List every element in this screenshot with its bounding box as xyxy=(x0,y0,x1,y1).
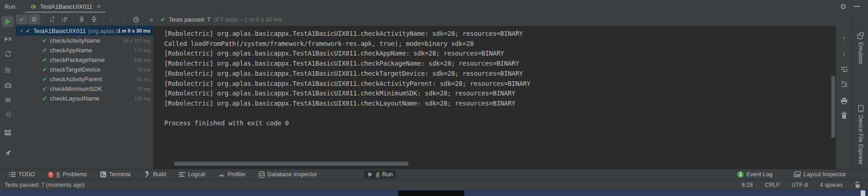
test-passed-icon: ✔ xyxy=(42,66,47,73)
chevron-down-icon[interactable]: ˅ xyxy=(20,28,23,34)
rerun-tests-button[interactable] xyxy=(0,16,16,28)
arrow-down-icon: ↓ xyxy=(842,49,846,57)
encoding-indicator[interactable]: UTF-8 xyxy=(792,182,808,188)
toolwindow-button-profiler[interactable]: Profiler xyxy=(214,170,250,179)
layout-inspector-icon xyxy=(794,171,801,178)
import-test-results-button[interactable] xyxy=(0,108,16,120)
down-stacktrace-button[interactable]: ↓ xyxy=(836,47,852,59)
test-runner-toolbar: ✓ ⊘ ↓az ↓ ↑ ↓ xyxy=(16,13,868,26)
test-duration: 76 ms xyxy=(137,86,150,92)
right-toolwindow-stripe: Emulator Device File Explorer xyxy=(852,13,868,169)
show-ignored-button[interactable]: ⊘ xyxy=(28,14,40,24)
toolwindow-button-run[interactable]: 4: Run xyxy=(364,170,396,179)
toolwindow-label: Logcat xyxy=(188,171,206,178)
taskbar-tray-mark xyxy=(861,190,865,196)
toolwindow-button-event-log[interactable]: 1 Event Log xyxy=(734,170,776,179)
toolwindow-button-terminal[interactable]: Terminal xyxy=(96,170,134,179)
divider xyxy=(3,122,12,123)
tree-row[interactable]: ✔ checkActivityParent 91 ms xyxy=(16,74,153,84)
test-passed-icon: ✔ xyxy=(26,28,31,34)
toolwindow-button-layout-inspector[interactable]: Layout Inspector xyxy=(790,170,850,179)
close-icon[interactable]: ✕ xyxy=(96,3,101,10)
line-ending-indicator[interactable]: CRLF xyxy=(765,182,780,188)
arrow-up-icon: ↑ xyxy=(110,16,113,23)
divider xyxy=(102,16,103,23)
profiler-gauge-icon xyxy=(218,172,225,178)
indent-indicator[interactable]: 4 spaces xyxy=(820,182,843,188)
sort-by-duration-button[interactable]: ↓ xyxy=(58,14,70,24)
toolwindow-label: Terminal xyxy=(109,171,131,178)
print-button[interactable] xyxy=(836,95,852,106)
layout-icon xyxy=(4,129,11,136)
device-icon xyxy=(858,105,864,112)
tree-row[interactable]: ✔ checkMinimumSDK 76 ms xyxy=(16,84,153,94)
pin-tab-button[interactable] xyxy=(0,147,16,159)
next-failed-test-button[interactable]: ↓ xyxy=(118,14,129,24)
soft-wrap-button[interactable] xyxy=(836,63,852,75)
console-vertical-scrollbar[interactable] xyxy=(831,76,835,138)
toolwindow-button-logcat[interactable]: Logcat xyxy=(175,170,209,179)
status-message: Tests passed: 7 (moments ago) xyxy=(5,182,84,188)
lock-open-icon[interactable] xyxy=(855,181,861,188)
rerun-failed-tests-button[interactable]: 9 xyxy=(0,33,16,45)
toolwindow-label: Emulator xyxy=(857,42,864,64)
toggle-auto-test-button[interactable] xyxy=(0,48,16,60)
logcat-icon xyxy=(179,172,185,177)
event-log-badge: 1 xyxy=(737,171,744,178)
tree-row[interactable]: ✔ checkLayoutName 100 ms xyxy=(16,94,153,103)
show-passed-button[interactable]: ✓ xyxy=(16,14,28,24)
test-passed-icon: ✔ xyxy=(42,85,47,92)
gear-icon[interactable]: ⚙ xyxy=(840,2,846,11)
scroll-to-end-button[interactable] xyxy=(836,78,852,90)
expand-all-button[interactable] xyxy=(76,14,87,24)
restore-layout-button[interactable] xyxy=(0,127,16,139)
test-history-button[interactable] xyxy=(130,14,142,24)
tree-root-row[interactable]: ˅ ✔ TestA1BasicUIX011 (org.aplas.basi 1 … xyxy=(16,26,153,36)
previous-failed-test-button[interactable]: ↑ xyxy=(106,14,117,24)
toolwindow-button-device-file-explorer[interactable]: Device File Explorer xyxy=(853,105,868,164)
toolwindow-bar: TODO ! 6: Problems Terminal Build Logcat… xyxy=(0,169,868,179)
clear-all-button[interactable] xyxy=(836,109,852,121)
tree-row[interactable]: ✔ checkTargetDevice 75 ms xyxy=(16,65,153,74)
stop-button[interactable] xyxy=(0,64,16,76)
dump-threads-button[interactable] xyxy=(0,79,16,91)
terminal-icon xyxy=(100,171,106,178)
toolwindow-label: Database Inspector xyxy=(267,171,317,178)
circle-slash-icon: ⊘ xyxy=(31,15,37,23)
collapse-all-button[interactable] xyxy=(88,14,100,24)
run-play-icon xyxy=(368,172,373,177)
svg-text:9: 9 xyxy=(8,37,11,42)
toolwindow-button-database-inspector[interactable]: Database Inspector xyxy=(255,170,321,179)
collapse-all-icon xyxy=(91,16,97,22)
run-console[interactable]: [Robolectric] org.aplas.basicappx.TestA1… xyxy=(153,26,836,169)
caret-position[interactable]: 8:28 xyxy=(742,182,753,188)
test-duration: 59 s 372 ms xyxy=(123,38,150,44)
up-stacktrace-button[interactable]: ↑ xyxy=(836,32,852,44)
tree-row[interactable]: ✔ checkPackageName 145 ms xyxy=(16,55,153,65)
problems-badge-icon: ! xyxy=(48,172,54,178)
tree-row[interactable]: ✔ checkAppName 171 ms xyxy=(16,45,153,55)
test-name: checkActivityParent xyxy=(50,76,102,83)
scroll-to-end-icon xyxy=(841,81,848,88)
tree-row[interactable]: ✔ checkActivityName 59 s 372 ms xyxy=(16,36,153,45)
test-name: checkMinimumSDK xyxy=(50,85,102,92)
test-name: checkTargetDevice xyxy=(50,66,100,73)
test-name: checkLayoutName xyxy=(50,95,100,102)
test-tree: ˅ ✔ TestA1BasicUIX011 (org.aplas.basi 1 … xyxy=(16,26,153,169)
tests-passed-detail: of 7 tests – 1 m 0 s 30 ms xyxy=(213,16,282,23)
toolbar-overflow-icon[interactable]: » xyxy=(150,16,153,23)
toolwindow-button-todo[interactable]: TODO xyxy=(6,170,39,179)
toolwindow-button-build[interactable]: Build xyxy=(140,170,170,179)
console-horizontal-scrollbar[interactable] xyxy=(174,162,408,166)
taskbar-window-segment[interactable] xyxy=(398,190,464,196)
hammer-icon xyxy=(144,171,150,178)
sort-alphabetically-button[interactable]: ↓az xyxy=(46,14,57,24)
attach-debugger-button[interactable] xyxy=(0,94,16,106)
arrow-up-icon: ↑ xyxy=(842,34,846,42)
toolwindow-button-problems[interactable]: ! 6: Problems xyxy=(44,170,91,179)
run-config-tab[interactable]: TestA1BasicUIX011 ✕ xyxy=(25,0,106,13)
toolwindow-button-emulator[interactable]: Emulator xyxy=(853,32,868,64)
soft-wrap-icon xyxy=(840,66,848,73)
check-icon: ✓ xyxy=(19,16,24,23)
hide-toolwindow-icon[interactable] xyxy=(854,6,860,7)
